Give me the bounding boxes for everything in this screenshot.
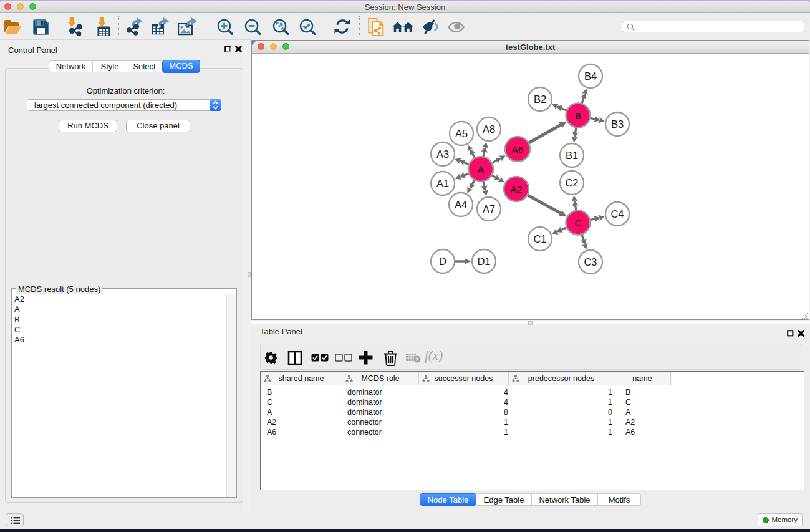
svg-text:A8: A8 [483, 123, 495, 135]
svg-text:B1: B1 [566, 150, 578, 161]
svg-text:A3: A3 [436, 148, 449, 160]
svg-text:A: A [478, 164, 485, 175]
svg-text:A2: A2 [511, 184, 523, 195]
svg-text:A7: A7 [483, 203, 495, 215]
svg-text:C4: C4 [610, 208, 624, 220]
svg-text:A1: A1 [436, 178, 449, 189]
svg-text:C1: C1 [533, 233, 546, 244]
svg-text:C2: C2 [565, 177, 578, 188]
svg-text:B2: B2 [534, 94, 546, 105]
svg-text:D1: D1 [477, 256, 490, 267]
svg-text:B4: B4 [584, 70, 597, 82]
svg-text:A6: A6 [512, 144, 524, 155]
svg-text:A4: A4 [455, 199, 467, 210]
svg-text:D: D [439, 256, 446, 267]
svg-text:B: B [575, 110, 581, 121]
svg-text:C3: C3 [584, 256, 597, 268]
svg-text:B3: B3 [611, 118, 624, 130]
svg-text:C: C [574, 218, 581, 228]
svg-text:A5: A5 [455, 128, 468, 139]
